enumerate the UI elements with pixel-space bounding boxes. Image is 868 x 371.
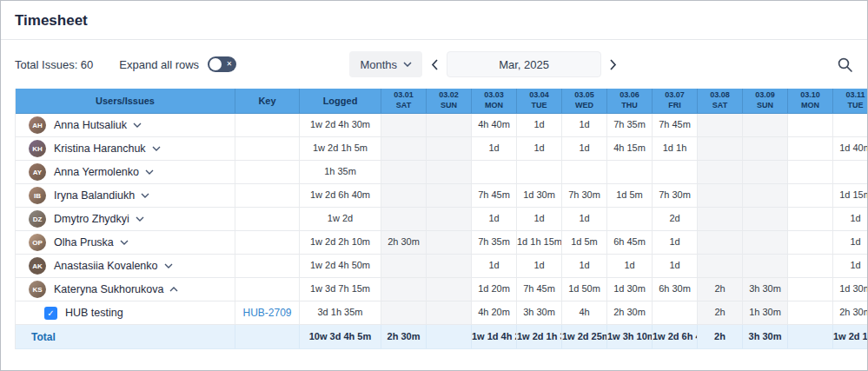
day-cell[interactable] [742, 231, 787, 254]
day-cell[interactable] [742, 184, 787, 207]
day-cell[interactable]: 1d 5m [561, 231, 606, 254]
day-cell[interactable]: 1d 50m [561, 278, 606, 301]
day-cell[interactable]: 4h 40m [471, 114, 516, 136]
day-cell[interactable] [426, 137, 471, 160]
next-period-button[interactable] [601, 56, 626, 74]
period-display[interactable]: Mar, 2025 [447, 51, 601, 77]
search-icon[interactable] [837, 56, 853, 73]
day-cell[interactable] [606, 161, 652, 183]
day-cell[interactable] [697, 231, 742, 254]
day-cell[interactable] [381, 161, 426, 183]
day-cell[interactable]: 1d [516, 137, 561, 160]
day-cell[interactable] [381, 184, 426, 207]
day-cell[interactable]: 7h 30m [652, 184, 697, 207]
day-cell[interactable] [381, 114, 426, 136]
day-cell[interactable]: 7h 30m [561, 184, 606, 207]
day-cell[interactable]: 4h 20m [471, 301, 516, 324]
day-cell[interactable] [426, 278, 471, 301]
period-mode-selector[interactable]: Months [349, 51, 422, 77]
day-cell[interactable] [787, 278, 832, 301]
day-cell[interactable] [561, 161, 606, 183]
day-cell[interactable] [742, 114, 787, 136]
day-cell[interactable]: 7h 35m [606, 114, 652, 136]
day-cell[interactable] [697, 184, 742, 207]
day-cell[interactable]: 2h [697, 301, 742, 324]
day-cell[interactable] [787, 161, 832, 183]
day-cell[interactable]: 7h 45m [652, 114, 697, 136]
day-cell[interactable] [381, 255, 426, 277]
day-cell[interactable]: 2h [697, 278, 742, 301]
chevron-down-icon[interactable] [141, 193, 149, 198]
day-cell[interactable] [426, 184, 471, 207]
day-cell[interactable] [516, 161, 561, 183]
day-cell[interactable] [787, 301, 832, 324]
chevron-down-icon[interactable] [133, 123, 142, 128]
expand-all-toggle[interactable]: ✕ [208, 56, 236, 72]
day-cell[interactable] [787, 231, 832, 254]
day-cell[interactable]: 4h 15m [606, 137, 652, 160]
day-cell[interactable] [381, 137, 426, 160]
day-cell[interactable]: 7h 35m [471, 231, 516, 254]
day-cell[interactable] [381, 278, 426, 301]
day-cell[interactable] [697, 114, 742, 136]
day-cell[interactable] [787, 208, 832, 230]
day-cell[interactable]: 1d [832, 231, 868, 254]
day-cell[interactable]: 1d 30m [516, 184, 561, 207]
day-cell[interactable]: 1d [561, 208, 606, 230]
day-cell[interactable]: 7h 45m [471, 184, 516, 207]
day-cell[interactable]: 1d [832, 208, 868, 230]
day-cell[interactable]: 1d 15m [832, 184, 868, 207]
day-cell[interactable]: 2h 30m [832, 301, 868, 324]
day-cell[interactable]: 1d 1h [652, 137, 697, 160]
day-cell[interactable] [652, 301, 697, 324]
day-cell[interactable]: 3h 30m [742, 278, 787, 301]
day-cell[interactable] [742, 161, 787, 183]
day-cell[interactable] [697, 208, 742, 230]
day-cell[interactable] [426, 301, 471, 324]
day-cell[interactable]: 1d [471, 137, 516, 160]
day-cell[interactable]: 6h 45m [606, 231, 652, 254]
day-cell[interactable]: 3h 30m [516, 301, 561, 324]
day-cell[interactable]: 1d [652, 255, 697, 277]
day-cell[interactable]: 1d [832, 255, 868, 277]
day-cell[interactable]: 1d 20m [471, 278, 516, 301]
day-cell[interactable] [426, 114, 471, 136]
day-cell[interactable]: 1d [606, 255, 652, 277]
day-cell[interactable]: 6h 30m [652, 278, 697, 301]
chevron-up-icon[interactable] [169, 287, 178, 292]
day-cell[interactable]: 1d [471, 255, 516, 277]
day-cell[interactable] [426, 161, 471, 183]
day-cell[interactable]: 1d [561, 137, 606, 160]
day-cell[interactable]: 2d [652, 208, 697, 230]
day-cell[interactable] [697, 137, 742, 160]
day-cell[interactable] [742, 208, 787, 230]
day-cell[interactable]: 7h 45m [516, 278, 561, 301]
day-cell[interactable]: 1d [516, 208, 561, 230]
day-cell[interactable]: 2h 30m [606, 301, 652, 324]
day-cell[interactable] [606, 208, 652, 230]
day-cell[interactable] [697, 255, 742, 277]
day-cell[interactable] [652, 161, 697, 183]
day-cell[interactable]: 1h 30m [742, 301, 787, 324]
chevron-down-icon[interactable] [152, 146, 161, 151]
day-cell[interactable]: 1d 1h 15m [516, 231, 561, 254]
day-cell[interactable] [426, 231, 471, 254]
day-cell[interactable] [787, 184, 832, 207]
issue-checkbox[interactable]: ✓ [44, 307, 57, 320]
prev-period-button[interactable] [422, 56, 447, 74]
chevron-down-icon[interactable] [145, 169, 154, 175]
day-cell[interactable]: 1d 30m [606, 278, 652, 301]
day-cell[interactable] [426, 208, 471, 230]
day-cell[interactable]: 2h 30m [381, 231, 426, 254]
day-cell[interactable] [426, 255, 471, 277]
day-cell[interactable] [697, 161, 742, 183]
issue-key-link[interactable]: HUB-2709 [242, 307, 291, 319]
day-cell[interactable]: 1d 5m [606, 184, 652, 207]
day-cell[interactable]: 1d [516, 114, 561, 136]
day-cell[interactable]: 1d [652, 231, 697, 254]
day-cell[interactable] [787, 114, 832, 136]
chevron-down-icon[interactable] [136, 216, 144, 222]
day-cell[interactable] [742, 137, 787, 160]
day-cell[interactable]: 1d [561, 255, 606, 277]
day-cell[interactable]: 1d 40m [832, 137, 868, 160]
